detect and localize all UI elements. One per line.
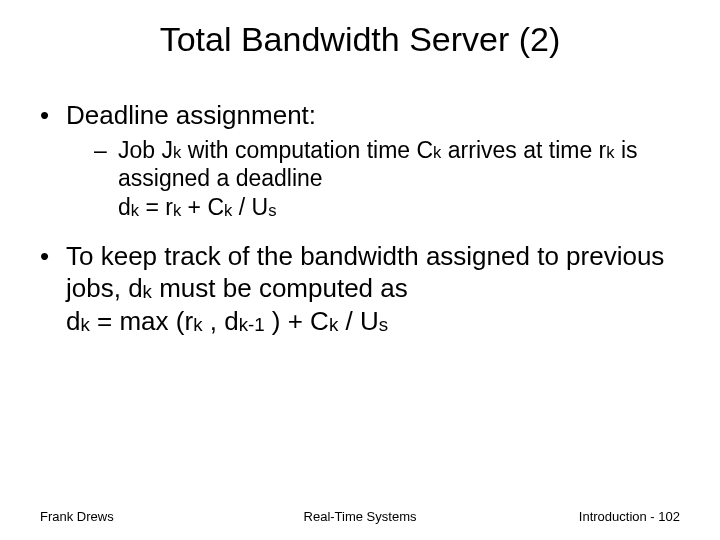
subscript-k: k xyxy=(143,281,152,302)
text: ) + C xyxy=(265,306,329,336)
subscript-k: k xyxy=(131,201,139,220)
bullet-1: Deadline assignment: Job Jk with computa… xyxy=(40,99,680,222)
sub-bullet-1: Job Jk with computation time Ck arrives … xyxy=(94,136,680,222)
slide: Total Bandwidth Server (2) Deadline assi… xyxy=(0,0,720,540)
text: arrives at time r xyxy=(441,137,606,163)
text: must be computed as xyxy=(152,273,408,303)
text: = r xyxy=(139,194,173,220)
footer: Frank Drews Real-Time Systems Introducti… xyxy=(40,509,680,524)
text: = max (r xyxy=(90,306,193,336)
text: + C xyxy=(181,194,224,220)
text: d xyxy=(118,194,131,220)
subscript-k: k xyxy=(173,201,181,220)
text: / U xyxy=(338,306,378,336)
subscript-k: k xyxy=(433,143,441,162)
subscript-k: k xyxy=(173,143,181,162)
slide-body: Deadline assignment: Job Jk with computa… xyxy=(40,99,680,337)
subscript-k: k xyxy=(224,201,232,220)
slide-title: Total Bandwidth Server (2) xyxy=(40,20,680,59)
subscript-k: k xyxy=(193,314,202,335)
bullet-1-label: Deadline assignment: xyxy=(66,100,316,130)
subscript-k: k xyxy=(329,314,338,335)
text: d xyxy=(66,306,80,336)
subscript-k-1: k-1 xyxy=(239,314,265,335)
text: Job J xyxy=(118,137,173,163)
text: with computation time C xyxy=(181,137,433,163)
subscript-k: k xyxy=(80,314,89,335)
subscript-k: k xyxy=(606,143,614,162)
subscript-s: s xyxy=(379,314,388,335)
bullet-list: Deadline assignment: Job Jk with computa… xyxy=(40,99,680,337)
sub-list: Job Jk with computation time Ck arrives … xyxy=(66,136,680,222)
footer-right: Introduction - 102 xyxy=(579,509,680,524)
subscript-s: s xyxy=(268,201,276,220)
text: / U xyxy=(232,194,268,220)
text: , d xyxy=(202,306,238,336)
bullet-2: To keep track of the bandwidth assigned … xyxy=(40,240,680,338)
footer-left: Frank Drews xyxy=(40,509,114,524)
